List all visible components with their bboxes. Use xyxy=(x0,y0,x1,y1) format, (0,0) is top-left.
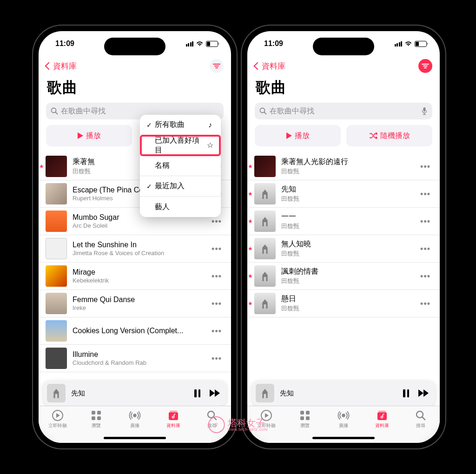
song-row[interactable]: ★ 一一 田馥甄 ••• xyxy=(247,208,440,235)
pause-icon[interactable] xyxy=(194,389,200,397)
song-title: 諷刺的情書 xyxy=(281,267,418,276)
search-icon xyxy=(415,410,427,421)
more-button[interactable]: ••• xyxy=(418,244,432,254)
watermark-icon: ♀ xyxy=(208,416,225,433)
play-circle-icon xyxy=(52,410,64,421)
song-title: Cookies Long Version (Complet... xyxy=(73,327,210,335)
radio-icon xyxy=(129,410,141,421)
now-playing-bar[interactable]: 先知 xyxy=(43,381,226,406)
song-row[interactable]: Femme Qui Danse Ireke ••• xyxy=(39,290,231,317)
now-playing-bar[interactable]: 先知 xyxy=(252,381,435,406)
forward-icon[interactable] xyxy=(418,389,429,397)
song-row[interactable]: ★ 懸日 田馥甄 ••• xyxy=(247,290,440,317)
more-button[interactable]: ••• xyxy=(210,354,224,363)
song-artist: 田馥甄 xyxy=(281,222,418,230)
play-icon xyxy=(286,132,292,139)
tab-play-circle[interactable]: 立即聆聽 xyxy=(39,410,77,443)
song-artist: Cloudchord & Random Rab xyxy=(73,359,210,366)
back-label: 資料庫 xyxy=(262,61,285,72)
song-text: 先知 田馥甄 xyxy=(281,184,418,203)
more-button[interactable]: ••• xyxy=(418,217,432,226)
more-button[interactable]: ••• xyxy=(418,189,432,199)
more-button[interactable]: ••• xyxy=(418,162,432,171)
home-indicator[interactable] xyxy=(312,437,375,439)
favorite-star-icon: ★ xyxy=(39,163,44,170)
status-time: 11:09 xyxy=(55,40,74,48)
back-button[interactable]: 資料庫 xyxy=(46,61,77,72)
song-artist: Jimetta Rose & Voices of Creation xyxy=(73,250,210,257)
play-button[interactable]: 播放 xyxy=(255,125,341,146)
tab-label: 瀏覽 xyxy=(92,422,101,429)
library-icon xyxy=(167,410,179,421)
now-playing-controls xyxy=(403,389,429,397)
play-button[interactable]: 播放 xyxy=(46,125,132,146)
song-row[interactable]: ★ 諷刺的情書 田馥甄 ••• xyxy=(247,263,440,290)
tab-label: 資料庫 xyxy=(166,422,180,429)
pause-icon[interactable] xyxy=(403,389,409,397)
now-playing-art xyxy=(47,384,66,402)
more-button[interactable]: ••• xyxy=(210,299,224,309)
more-button[interactable]: ••• xyxy=(210,326,224,336)
tab-label: 立即聆聽 xyxy=(48,422,67,429)
song-row[interactable]: Let the Sunshine In Jimetta Rose & Voice… xyxy=(39,235,231,263)
svg-rect-8 xyxy=(92,416,95,420)
watermark-sub: www.tech-girlz.com xyxy=(228,428,268,432)
watermark-main: 塔科女子 xyxy=(228,418,268,428)
tab-label: 瀏覽 xyxy=(300,422,310,429)
song-row[interactable]: ★ 先知 田馥甄 ••• xyxy=(247,180,440,208)
popup-item[interactable]: 藝人 xyxy=(140,197,221,217)
song-text: Cookies Long Version (Complet... xyxy=(73,327,210,336)
song-row[interactable]: Illumine Cloudchord & Random Rab ••• xyxy=(39,345,231,372)
popup-item[interactable]: 已加入喜好項目 ☆ xyxy=(140,135,221,156)
now-playing-art xyxy=(256,384,274,402)
now-playing-title: 先知 xyxy=(280,389,403,398)
more-button[interactable]: ••• xyxy=(210,271,224,281)
tab-search[interactable]: 搜尋 xyxy=(401,410,440,443)
back-button[interactable]: 資料庫 xyxy=(255,61,285,72)
mic-icon[interactable] xyxy=(421,107,428,115)
home-indicator[interactable] xyxy=(104,437,166,439)
popup-item[interactable]: 名稱 xyxy=(140,156,221,176)
check-icon: ✓ xyxy=(146,121,155,129)
song-artist: Arc De Soleil xyxy=(73,222,210,229)
more-button[interactable]: ••• xyxy=(210,244,224,254)
popup-item[interactable]: ✓ 所有歌曲 ♪ xyxy=(140,115,221,135)
play-icon xyxy=(78,132,83,139)
song-text: Femme Qui Danse Ireke xyxy=(73,296,210,311)
album-art xyxy=(46,293,67,314)
search-input[interactable]: 在歌曲中尋找 xyxy=(255,103,432,119)
song-row[interactable]: ★ 無人知曉 田馥甄 ••• xyxy=(247,235,440,263)
watermark: ♀ 塔科女子 www.tech-girlz.com xyxy=(208,416,268,433)
song-row[interactable]: Mirage Kebekelektrik ••• xyxy=(39,263,231,290)
filter-button-active[interactable] xyxy=(418,59,432,73)
favorite-star-icon: ★ xyxy=(248,300,253,307)
favorite-star-icon: ★ xyxy=(248,273,253,279)
song-text: 乘著無人光影的遠行 田馥甄 xyxy=(281,157,418,176)
song-row[interactable]: Cookies Long Version (Complet... ••• xyxy=(39,317,231,345)
button-row: 播放 隨機播放 xyxy=(247,125,440,153)
shuffle-button[interactable]: 隨機播放 xyxy=(346,125,432,146)
radio-icon xyxy=(337,410,350,421)
forward-icon[interactable] xyxy=(210,389,220,397)
song-title: 乘著無人光影的遠行 xyxy=(281,157,418,167)
album-art xyxy=(46,265,67,287)
popup-item[interactable]: ✓ 最近加入 xyxy=(140,176,221,197)
svg-rect-9 xyxy=(97,416,101,420)
song-title: 先知 xyxy=(281,184,418,194)
svg-rect-20 xyxy=(423,107,426,112)
album-art xyxy=(46,320,67,342)
more-button[interactable]: ••• xyxy=(210,217,224,226)
filter-button[interactable] xyxy=(210,59,224,73)
screen-right: 11:09 資料庫 歌曲 在歌曲中尋找 播放 xyxy=(247,31,440,443)
more-button[interactable]: ••• xyxy=(418,271,432,281)
svg-line-4 xyxy=(56,112,58,114)
svg-rect-25 xyxy=(306,416,310,420)
tab-label: 廣播 xyxy=(339,422,348,429)
svg-line-30 xyxy=(422,417,425,420)
song-title: Let the Sunshine In xyxy=(73,241,210,249)
battery-icon xyxy=(415,41,427,47)
more-button[interactable]: ••• xyxy=(418,299,432,309)
album-art xyxy=(46,348,67,369)
notch xyxy=(313,38,374,55)
song-row[interactable]: ★ 乘著無人光影的遠行 田馥甄 ••• xyxy=(247,153,440,180)
